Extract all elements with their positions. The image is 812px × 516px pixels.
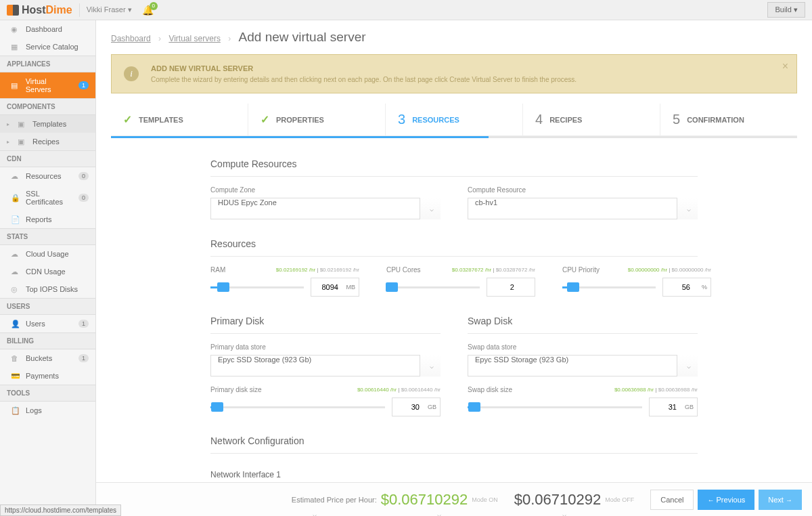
breadcrumb-vs[interactable]: Virtual servers	[168, 34, 220, 43]
cdn-icon: ☁	[11, 267, 20, 276]
count-badge: 1	[78, 320, 89, 328]
sidebar-heading-cdn: CDN	[0, 150, 95, 167]
section-resources: Resources	[210, 232, 698, 257]
disk-icon: ◎	[11, 285, 20, 293]
cpu-slider[interactable]	[386, 286, 480, 288]
template-icon: ▣	[18, 120, 27, 128]
logo[interactable]: HostDime	[7, 4, 72, 16]
arrow-left-icon: ←	[707, 496, 714, 504]
priority-slider[interactable]	[562, 286, 656, 288]
sidebar: ◉Dashboard ▦Service Catalog APPLIANCES ▤…	[0, 20, 96, 516]
resources-icon: ☁	[11, 172, 20, 180]
sidebar-reports[interactable]: 📄Reports	[0, 211, 95, 228]
sidebar-heading-tools: TOOLS	[0, 385, 95, 402]
info-banner: i ADD NEW VIRTUAL SERVER Complete the wi…	[111, 54, 797, 93]
price-on: $0.06710292	[381, 491, 468, 509]
price-off: $0.06710292	[514, 491, 601, 509]
compute-zone-select[interactable]: HDUS Epyc Zone⌵	[210, 198, 441, 219]
primary-size-slider[interactable]	[210, 406, 385, 408]
footer-bar: Estimated Price per Hour: $0.06710292 Mo…	[96, 482, 812, 516]
swap-ds-select[interactable]: Epyc SSD Storage (923 Gb)⌵	[468, 355, 698, 377]
breadcrumb-current: Add new virtual server	[239, 30, 366, 44]
step-confirmation[interactable]: 5CONFIRMATION	[660, 104, 797, 135]
cloud-icon: ☁	[11, 250, 20, 258]
sidebar-ssl[interactable]: 🔒SSL Certificates0	[0, 185, 95, 211]
primary-size-price: $0.00616440 /hr | $0.00616440 /hr	[357, 387, 441, 393]
logo-host: Host	[22, 4, 46, 16]
user-menu[interactable]: Vikki Fraser ▾	[87, 5, 132, 14]
sidebar-dashboard[interactable]: ◉Dashboard	[0, 20, 95, 38]
sidebar-top-iops[interactable]: ◎Top IOPS Disks	[0, 280, 95, 298]
ram-price: $0.02169192 /hr | $0.02169192 /hr	[276, 267, 359, 273]
info-icon: i	[124, 66, 139, 81]
est-price-label: Estimated Price per Hour:	[292, 496, 377, 504]
primary-ds-select[interactable]: Epyc SSD Storage (923 Gb)⌵	[210, 355, 441, 377]
topbar: HostDime Vikki Fraser ▾ 🔔 0 Build ▾	[0, 0, 812, 20]
compute-resource-label: Compute Resource	[468, 186, 698, 194]
next-button[interactable]: Next →	[759, 490, 802, 510]
cancel-button[interactable]: Cancel	[650, 490, 694, 510]
mode-on-label: Mode ON	[472, 496, 498, 503]
swap-size-slider[interactable]	[468, 406, 642, 408]
info-desc: Complete the wizard by entering details …	[151, 76, 577, 83]
sidebar-heading-appliances: APPLIANCES	[0, 56, 95, 72]
gauge-icon: ◉	[11, 25, 20, 33]
chevron-down-icon: ▾	[128, 5, 132, 14]
sidebar-buckets[interactable]: 🗑Buckets1	[0, 349, 95, 367]
step-resources[interactable]: 3RESOURCES	[386, 104, 523, 135]
step-templates[interactable]: ✓TEMPLATES	[111, 104, 248, 135]
cpu-price: $0.03287672 /hr | $0.03287672 /hr	[452, 267, 535, 273]
sidebar-resources[interactable]: ☁Resources0	[0, 167, 95, 185]
sidebar-heading-stats: STATS	[0, 228, 95, 245]
section-swap-disk: Swap Disk	[468, 309, 698, 334]
step-recipes[interactable]: 4RECIPES	[523, 104, 660, 135]
server-icon: ▤	[11, 81, 20, 89]
mode-off-label: Mode OFF	[605, 496, 634, 503]
breadcrumb: Dashboard › Virtual servers › Add new vi…	[96, 20, 812, 54]
info-title: ADD NEW VIRTUAL SERVER	[151, 64, 577, 72]
swap-size-label: Swap disk size	[468, 386, 512, 393]
previous-button[interactable]: ← Previous	[698, 490, 754, 510]
swap-ds-label: Swap data store	[468, 343, 698, 351]
section-network-config: Network Configuration	[210, 429, 698, 454]
logo-dime: Dime	[46, 4, 72, 16]
user-icon: 👤	[11, 320, 20, 328]
arrow-icon: ▸	[7, 139, 9, 145]
breadcrumb-dashboard[interactable]: Dashboard	[111, 34, 151, 43]
ram-slider[interactable]	[210, 286, 304, 288]
close-icon[interactable]: ×	[782, 60, 788, 72]
section-primary-disk: Primary Disk	[210, 309, 441, 334]
progress-bar	[111, 136, 797, 138]
sidebar-logs[interactable]: 📋Logs	[0, 402, 95, 419]
priority-price: $0.00000000 /hr | $0.00000000 /hr	[628, 267, 711, 273]
sidebar-recipes[interactable]: ▸▣Recipes	[0, 133, 95, 150]
sidebar-users[interactable]: 👤Users1	[0, 315, 95, 332]
arrow-right-icon: →	[786, 496, 792, 504]
cpu-label: CPU Cores	[386, 266, 421, 274]
build-button[interactable]: Build ▾	[767, 2, 805, 18]
sidebar-virtual-servers[interactable]: ▤Virtual Servers1	[0, 72, 95, 98]
sidebar-heading-billing: BILLING	[0, 332, 95, 349]
swap-size-price: $0.00636988 /hr | $0.00636988 /hr	[614, 387, 698, 393]
ram-label: RAM	[210, 266, 225, 274]
catalog-icon: ▦	[11, 43, 20, 51]
priority-label: CPU Priority	[562, 266, 600, 274]
arrow-icon: ▸	[7, 121, 9, 127]
bucket-icon: 🗑	[11, 354, 20, 362]
notif-badge: 0	[150, 2, 158, 10]
count-badge: 0	[78, 194, 89, 202]
chevron-down-icon: ▾	[794, 5, 798, 14]
sidebar-templates[interactable]: ▸▣Templates	[0, 115, 95, 133]
sidebar-payments[interactable]: 💳Payments	[0, 367, 95, 385]
step-properties[interactable]: ✓PROPERTIES	[248, 104, 386, 135]
notification-bell[interactable]: 🔔 0	[142, 5, 154, 16]
compute-resource-select[interactable]: cb-hv1⌵	[468, 198, 698, 219]
status-bar-url: https://cloud.hostdime.com/templates	[0, 504, 121, 516]
sidebar-service-catalog[interactable]: ▦Service Catalog	[0, 38, 95, 56]
sidebar-heading-components: COMPONENTS	[0, 98, 95, 115]
cpu-input[interactable]	[487, 278, 535, 297]
lock-icon: 🔒	[11, 194, 20, 202]
sidebar-cloud-usage[interactable]: ☁Cloud Usage	[0, 245, 95, 263]
sidebar-cdn-usage[interactable]: ☁CDN Usage	[0, 263, 95, 280]
main-content: Dashboard › Virtual servers › Add new vi…	[96, 20, 812, 516]
